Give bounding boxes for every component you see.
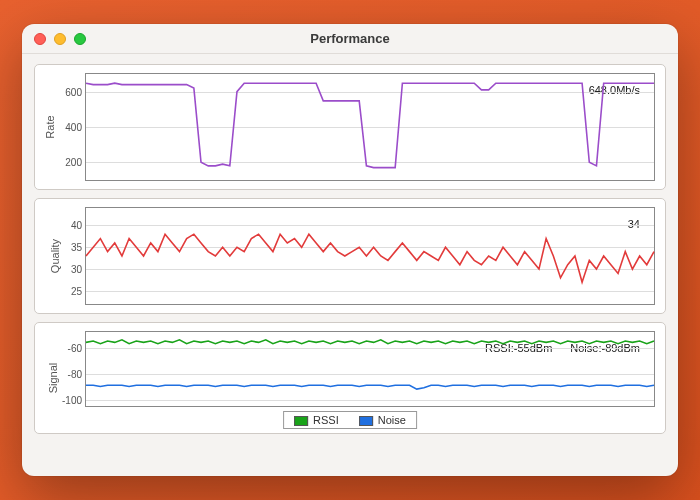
rate-ylabel: Rate xyxy=(44,115,56,138)
ytick-label: 35 xyxy=(71,242,86,253)
ytick-label: -80 xyxy=(68,368,86,379)
titlebar[interactable]: Performance xyxy=(22,24,678,54)
series-line xyxy=(86,340,654,344)
series-line xyxy=(86,234,654,282)
zoom-icon[interactable] xyxy=(74,33,86,45)
chart-series xyxy=(86,332,654,406)
window-controls xyxy=(34,33,86,45)
series-line xyxy=(86,83,654,167)
rate-plot: 648.0Mb/s 200400600 xyxy=(85,73,655,181)
chart-series xyxy=(86,74,654,180)
legend-noise: Noise xyxy=(359,414,406,426)
ytick-label: 25 xyxy=(71,285,86,296)
noise-swatch-icon xyxy=(359,416,373,426)
window-title: Performance xyxy=(22,31,678,46)
quality-plot: 34 25303540 xyxy=(85,207,655,305)
rssi-swatch-icon xyxy=(294,416,308,426)
signal-panel: Signal RSSI:-55dBm Noise:-89dBm -60-80-1… xyxy=(34,322,666,434)
ytick-label: -100 xyxy=(62,394,86,405)
series-line xyxy=(86,385,654,389)
quality-panel: Quality 34 25303540 xyxy=(34,198,666,314)
legend-noise-label: Noise xyxy=(378,414,406,426)
signal-ylabel: Signal xyxy=(47,363,59,394)
ytick-label: 40 xyxy=(71,220,86,231)
ytick-label: 200 xyxy=(65,157,86,168)
chart-series xyxy=(86,208,654,304)
ytick-label: 400 xyxy=(65,122,86,133)
legend-rssi-label: RSSI xyxy=(313,414,339,426)
rate-panel: Rate 648.0Mb/s 200400600 xyxy=(34,64,666,190)
content-area: Rate 648.0Mb/s 200400600 Quality 34 2530… xyxy=(22,54,678,476)
performance-window: Performance Rate 648.0Mb/s 200400600 Qua… xyxy=(22,24,678,476)
signal-plot: RSSI:-55dBm Noise:-89dBm -60-80-100 xyxy=(85,331,655,407)
ytick-label: 600 xyxy=(65,86,86,97)
ytick-label: -60 xyxy=(68,342,86,353)
close-icon[interactable] xyxy=(34,33,46,45)
minimize-icon[interactable] xyxy=(54,33,66,45)
signal-legend: RSSI Noise xyxy=(283,411,417,429)
legend-rssi: RSSI xyxy=(294,414,339,426)
quality-ylabel: Quality xyxy=(49,239,61,273)
ytick-label: 30 xyxy=(71,264,86,275)
